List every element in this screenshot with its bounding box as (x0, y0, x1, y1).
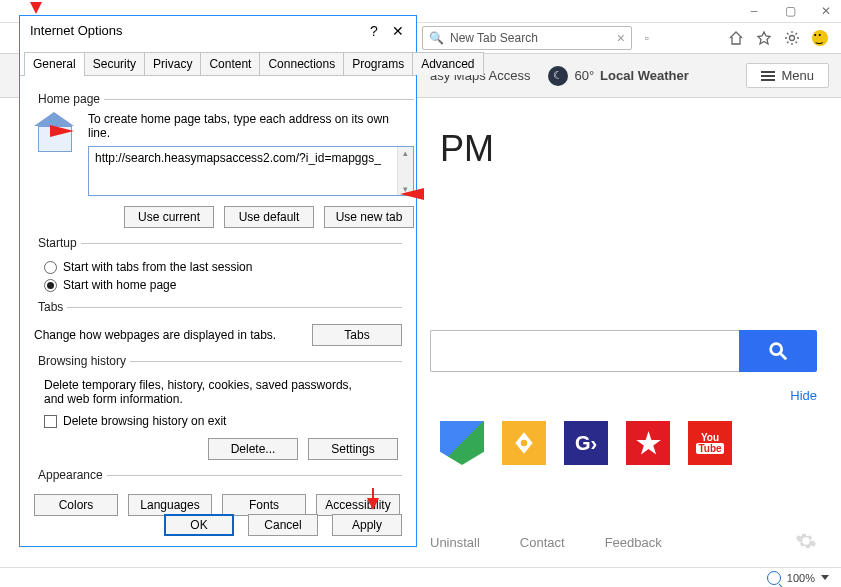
quick-links: G› ★ You Tube (440, 421, 817, 465)
tab-security[interactable]: Security (84, 52, 145, 75)
footer-contact[interactable]: Contact (520, 535, 565, 550)
ok-button[interactable]: OK (164, 514, 234, 536)
settings-button[interactable]: Settings (308, 438, 398, 460)
search-icon: 🔍 (429, 31, 444, 45)
dialog-footer: OK Cancel Apply (20, 514, 416, 536)
home-icon[interactable] (727, 29, 745, 47)
svg-point-0 (790, 36, 795, 41)
window-maximize[interactable]: ▢ (781, 2, 799, 20)
radio-home-label: Start with home page (63, 278, 176, 292)
languages-button[interactable]: Languages (128, 494, 212, 516)
bh-legend: Browsing history (34, 354, 130, 368)
tile-google-maps[interactable] (440, 421, 484, 465)
tile-youtube[interactable]: You Tube (688, 421, 732, 465)
footer-gear-icon[interactable] (795, 530, 817, 555)
tabs-legend: Tabs (34, 300, 67, 314)
tools-gear-icon[interactable] (783, 29, 801, 47)
weather-temp: 60° (574, 68, 594, 83)
footer-uninstall[interactable]: Uninstall (430, 535, 480, 550)
annotation-arrow-down-icon (30, 2, 42, 14)
delete-on-exit-checkbox[interactable]: Delete browsing history on exit (44, 414, 402, 428)
menu-button[interactable]: Menu (746, 63, 829, 88)
window-close[interactable]: ✕ (817, 2, 835, 20)
dialog-help-button[interactable]: ? (362, 23, 386, 39)
hamburger-icon (761, 71, 775, 81)
smiley-icon[interactable] (811, 29, 829, 47)
radio-home-page[interactable]: Start with home page (44, 278, 402, 292)
startup-legend: Startup (34, 236, 81, 250)
checkbox-icon (44, 415, 57, 428)
radio-icon (44, 279, 57, 292)
footer-feedback[interactable]: Feedback (605, 535, 662, 550)
homepage-value: http://search.heasymapsaccess2.com/?i_id… (95, 151, 381, 165)
zoom-value: 100% (787, 572, 815, 584)
menu-label: Menu (781, 68, 814, 83)
tab-close-icon[interactable]: × (617, 30, 625, 46)
svg-line-2 (781, 354, 787, 360)
clock-pm: PM (440, 128, 817, 170)
page-footer: Uninstall Contact Feedback (430, 530, 817, 555)
weather-label: Local Weather (600, 68, 689, 83)
browser-tab[interactable]: 🔍 New Tab Search × (422, 26, 632, 50)
chk-label: Delete browsing history on exit (63, 414, 226, 428)
dialog-titlebar[interactable]: Internet Options ? ✕ (20, 16, 416, 46)
use-default-button[interactable]: Use default (224, 206, 314, 228)
svg-point-1 (771, 344, 782, 355)
zoom-icon[interactable] (767, 571, 781, 585)
tabs-button[interactable]: Tabs (312, 324, 402, 346)
page-search-input[interactable] (430, 330, 739, 372)
svg-point-3 (521, 440, 528, 447)
use-current-button[interactable]: Use current (124, 206, 214, 228)
page-search-button[interactable] (739, 330, 817, 372)
apply-button[interactable]: Apply (332, 514, 402, 536)
startup-section: Startup Start with tabs from the last se… (34, 236, 402, 292)
appearance-legend: Appearance (34, 468, 107, 482)
hide-link[interactable]: Hide (440, 388, 817, 403)
yt-text-bot: Tube (696, 443, 723, 454)
cancel-button[interactable]: Cancel (248, 514, 318, 536)
window-minimize[interactable]: – (745, 2, 763, 20)
weather-icon: ☾ (548, 66, 568, 86)
dialog-close-button[interactable]: ✕ (386, 23, 410, 39)
tile-gas[interactable]: G› (564, 421, 608, 465)
colors-button[interactable]: Colors (34, 494, 118, 516)
annotation-arrow-right-icon (50, 125, 74, 137)
dialog-title: Internet Options (30, 23, 123, 38)
tab-advanced[interactable]: Advanced (412, 52, 483, 75)
tab-content[interactable]: Content (200, 52, 260, 75)
use-new-tab-button[interactable]: Use new tab (324, 206, 414, 228)
tile-yellow-maps[interactable] (502, 421, 546, 465)
bh-desc: Delete temporary files, history, cookies… (44, 378, 374, 406)
homepage-textarea[interactable]: http://search.heasymapsaccess2.com/?i_id… (88, 146, 414, 196)
annotation-arrow-left-icon (400, 188, 424, 200)
yt-text-top: You (701, 432, 719, 443)
internet-options-dialog: Internet Options ? ✕ General Security Pr… (19, 15, 417, 547)
tab-connections[interactable]: Connections (259, 52, 344, 75)
browsing-history-section: Browsing history Delete temporary files,… (34, 354, 402, 460)
tabs-desc: Change how webpages are displayed in tab… (34, 328, 276, 342)
radio-last-label: Start with tabs from the last session (63, 260, 252, 274)
annotation-arrow-apply-icon (367, 498, 379, 510)
appearance-section: Appearance Colors Languages Fonts Access… (34, 468, 402, 516)
tab-privacy[interactable]: Privacy (144, 52, 201, 75)
dialog-tabs: General Security Privacy Content Connect… (20, 46, 416, 76)
homepage-section: Home page To create home page tabs, type… (34, 92, 414, 228)
fonts-button[interactable]: Fonts (222, 494, 306, 516)
tab-label: New Tab Search (450, 31, 538, 45)
homepage-legend: Home page (34, 92, 104, 106)
tab-general[interactable]: General (24, 52, 85, 75)
tab-programs[interactable]: Programs (343, 52, 413, 75)
radio-icon (44, 261, 57, 274)
tabs-section: Tabs Change how webpages are displayed i… (34, 300, 402, 346)
zoom-dropdown-icon[interactable] (821, 575, 829, 580)
delete-button[interactable]: Delete... (208, 438, 298, 460)
accessibility-button[interactable]: Accessibility (316, 494, 400, 516)
homepage-desc: To create home page tabs, type each addr… (88, 112, 414, 140)
favorites-icon[interactable] (755, 29, 773, 47)
radio-last-session[interactable]: Start with tabs from the last session (44, 260, 402, 274)
weather-widget[interactable]: ☾ 60° Local Weather (548, 66, 688, 86)
status-bar: 100% (0, 567, 841, 587)
tile-macys[interactable]: ★ (626, 421, 670, 465)
new-tab-button[interactable]: ▫ (638, 31, 656, 45)
